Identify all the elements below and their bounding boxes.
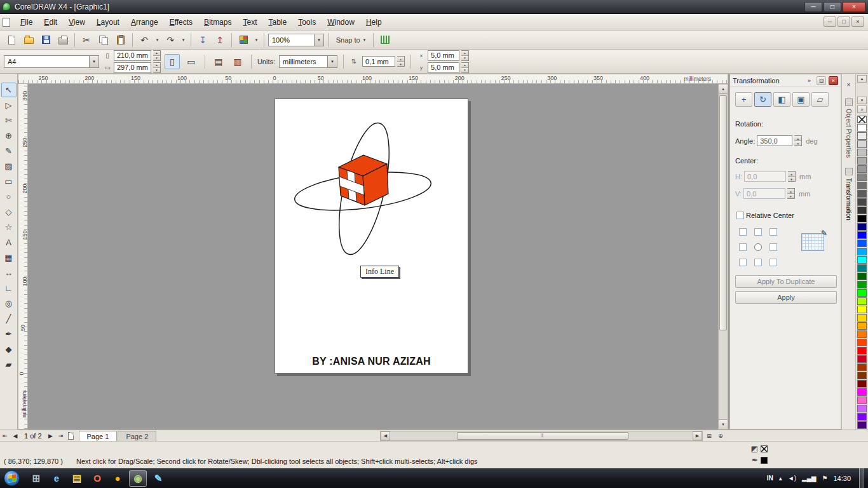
anchor-checkbox[interactable] xyxy=(754,228,762,236)
menu-item[interactable]: Arrange xyxy=(126,16,163,29)
docker-tab-object-properties[interactable]: Object Properties xyxy=(845,98,853,158)
taskbar-media-icon[interactable]: ● xyxy=(109,470,126,487)
freehand-tool[interactable]: ✎ xyxy=(1,144,17,158)
horizontal-scroll-thumb[interactable]: ⦀ xyxy=(457,432,628,440)
anchor-checkbox[interactable] xyxy=(770,243,777,251)
taskbar-opera-icon[interactable]: O xyxy=(88,470,106,487)
palette-swatch[interactable] xyxy=(857,182,867,189)
taskbar-show-apps-button[interactable]: ⊞ xyxy=(27,470,45,487)
crop-tool[interactable]: ✄ xyxy=(1,113,17,128)
palette-swatch[interactable] xyxy=(857,372,867,379)
add-page-button[interactable] xyxy=(66,431,76,441)
palette-swatch[interactable] xyxy=(857,306,867,313)
zoom-tool[interactable]: ⊕ xyxy=(1,128,17,143)
menu-item[interactable]: Text xyxy=(238,16,262,29)
center-h-spinner[interactable]: ▴▾ xyxy=(788,171,796,182)
menu-item[interactable]: Window xyxy=(322,16,360,29)
palette-swatch[interactable] xyxy=(857,273,867,280)
palette-swatch[interactable] xyxy=(857,223,867,231)
show-desktop-button[interactable] xyxy=(859,468,864,488)
palette-swatch[interactable] xyxy=(857,314,867,322)
palette-flyout-button[interactable]: » xyxy=(857,105,867,113)
outline-color-indicator[interactable]: ✒ xyxy=(752,456,768,464)
mdi-restore-button[interactable]: □ xyxy=(837,17,850,27)
paper-height-field[interactable]: 297,0 mm xyxy=(114,62,151,73)
palette-swatch[interactable] xyxy=(857,190,867,198)
palette-swatch[interactable] xyxy=(857,347,867,355)
palette-swatch[interactable] xyxy=(857,330,867,338)
palette-swatch[interactable] xyxy=(857,149,867,156)
close-button[interactable]: × xyxy=(843,2,865,12)
horizontal-ruler[interactable]: millimeters 2502001501005005010015020025… xyxy=(18,74,728,84)
restore-button[interactable]: □ xyxy=(824,2,841,12)
duplicate-distance-y-spinner[interactable]: ▴▾ xyxy=(461,62,469,73)
apply-button[interactable]: Apply xyxy=(735,291,837,304)
first-page-button[interactable]: ⇤ xyxy=(0,431,10,441)
relative-center-checkbox[interactable] xyxy=(736,212,744,219)
cut-button[interactable]: ✂ xyxy=(79,32,94,48)
notification-flag-icon[interactable]: ⚑ xyxy=(822,475,828,482)
last-page-button[interactable]: ⇥ xyxy=(56,431,66,441)
menu-item[interactable]: View xyxy=(64,16,90,29)
scroll-down-button[interactable]: ▾ xyxy=(719,419,728,429)
transform-rotate-button[interactable]: ↻ xyxy=(754,92,771,107)
paper-height-spinner[interactable]: ▴▾ xyxy=(153,62,161,73)
all-pages-button[interactable]: ▤ xyxy=(211,54,226,69)
transform-scale-mirror-button[interactable]: ◧ xyxy=(773,92,790,107)
palette-swatch[interactable] xyxy=(857,165,867,173)
application-launcher-button[interactable] xyxy=(236,32,251,48)
hidden-icons-button[interactable]: ▴ xyxy=(779,475,782,482)
duplicate-distance-x-spinner[interactable]: ▴▾ xyxy=(461,50,469,61)
shape-tool[interactable]: ▷ xyxy=(1,98,17,112)
palette-swatch[interactable] xyxy=(857,297,867,305)
palette-scroll-down-button[interactable]: ▾ xyxy=(857,97,867,104)
table-tool[interactable]: ▦ xyxy=(1,250,17,265)
paper-width-field[interactable]: 210,0 mm xyxy=(114,50,151,61)
center-h-field[interactable]: 0,0 xyxy=(744,171,786,182)
transform-position-button[interactable]: + xyxy=(735,92,752,107)
nudge-offset-spinner[interactable]: ▴▾ xyxy=(397,56,405,67)
palette-scroll-up-button[interactable]: ▴ xyxy=(857,75,867,83)
volume-icon[interactable]: ◄) xyxy=(788,475,796,482)
vertical-ruler[interactable]: millimeters 300250200150100500 xyxy=(18,84,28,430)
anchor-center-radio[interactable] xyxy=(754,243,762,251)
eyedropper-tool[interactable]: ╱ xyxy=(1,311,17,326)
palette-swatch[interactable] xyxy=(857,380,867,388)
taskbar-coreldraw-icon[interactable]: ◉ xyxy=(129,470,147,487)
zoom-page-button[interactable]: ⊕ xyxy=(715,431,726,440)
logo-graphic[interactable] xyxy=(275,99,469,264)
taskbar-clock[interactable]: 14:30 xyxy=(833,475,853,482)
palette-swatch[interactable] xyxy=(857,207,867,214)
outline-pen-tool[interactable]: ✒ xyxy=(1,327,17,341)
menu-item[interactable]: Help xyxy=(361,16,387,29)
palette-swatch[interactable] xyxy=(857,256,867,264)
taskbar-internet-explorer-icon[interactable]: e xyxy=(48,470,65,487)
palette-swatch[interactable] xyxy=(857,198,867,206)
units-combobox[interactable]: millimeters ▾ xyxy=(279,55,337,68)
zoom-level-combobox[interactable]: 100% ▾ xyxy=(268,34,324,46)
pick-tool[interactable]: ↖ xyxy=(1,83,17,97)
palette-swatch[interactable] xyxy=(857,248,867,255)
redo-dropdown-icon[interactable]: ▾ xyxy=(180,32,187,48)
portrait-button[interactable]: ▯ xyxy=(165,54,180,69)
menu-item[interactable]: Effects xyxy=(165,16,198,29)
taskbar-paint-icon[interactable]: ✎ xyxy=(149,470,167,487)
center-v-spinner[interactable]: ▴▾ xyxy=(787,188,795,199)
angle-field[interactable]: 350,0 xyxy=(757,135,792,146)
palette-swatch[interactable] xyxy=(857,281,867,288)
anchor-checkbox[interactable] xyxy=(739,259,747,266)
docker-flyout-icon[interactable]: » xyxy=(804,76,814,85)
palette-swatch[interactable] xyxy=(857,355,867,363)
navigator-button[interactable]: ⊞ xyxy=(704,431,714,440)
language-indicator[interactable]: IN xyxy=(767,475,773,482)
scroll-up-button[interactable]: ▴ xyxy=(719,85,728,94)
palette-swatch[interactable] xyxy=(857,116,867,123)
anchor-checkbox[interactable] xyxy=(739,243,747,251)
center-v-field[interactable]: 0,0 xyxy=(743,188,785,199)
undo-dropdown-icon[interactable]: ▾ xyxy=(154,32,161,48)
taskbar-explorer-icon[interactable]: ▤ xyxy=(68,470,86,487)
landscape-button[interactable]: ▭ xyxy=(184,54,199,69)
basic-shapes-tool[interactable]: ☆ xyxy=(1,220,17,234)
angle-spinner[interactable]: ▴▾ xyxy=(794,135,802,146)
menu-item[interactable]: Table xyxy=(263,16,292,29)
